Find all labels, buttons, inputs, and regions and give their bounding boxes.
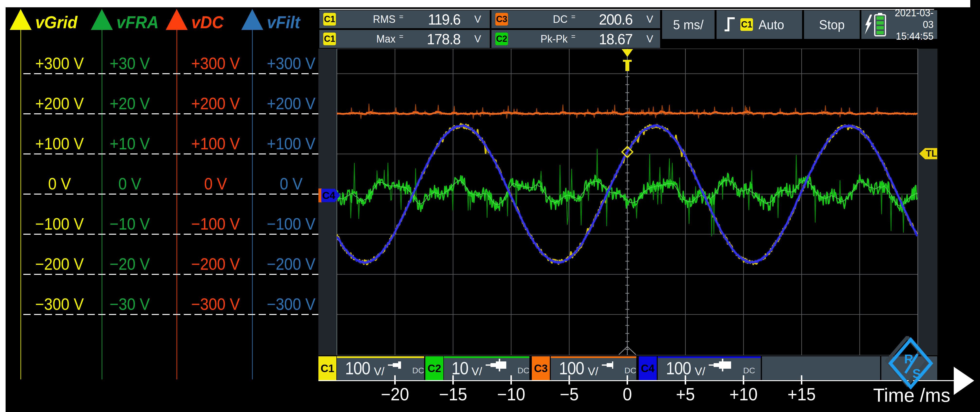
measurement-box-C1-RMS[interactable]: C1RMS=119.6V [319,10,490,28]
c3-channel-marker[interactable] [318,188,322,202]
time-tick-label-6: +10 [718,384,769,404]
scale-label-C4-0: +300 V [253,54,329,73]
time-tick-label-3: −5 [544,384,595,404]
timebase-box[interactable]: 5 ms/ [662,10,714,39]
channel-settings-border-C1 [337,356,424,358]
scale-label-C1-3: 0 V [22,174,98,193]
time-tick-6 [743,375,744,385]
channel-coupling-label: DC [743,366,755,375]
scale-dashed-line-1 [23,113,323,114]
scale-label-C3-3: 0 V [178,174,254,193]
channel-scale-unit: V/ [588,365,598,378]
measurement-unit: V [646,33,653,45]
channel-settings-C1[interactable]: 100V/DC [337,356,424,380]
scale-label-C4-2: +100 V [253,134,329,153]
measurement-label: Pk-Pk [524,33,568,45]
trigger-box[interactable]: C1 Auto [716,10,802,39]
channel-tab-C4[interactable]: C4 [639,356,657,381]
scale-label-C3-1: +200 V [178,94,254,113]
scale-dashed-line-6 [23,314,323,315]
time-tick-2 [511,375,512,385]
channel-axis-line-C1 [21,30,21,379]
channel-arrow-icon-C3 [166,9,188,30]
measurement-box-C3-DC[interactable]: C3DC=200.6V [492,10,660,28]
scale-label-C1-0: +300 V [22,54,98,73]
channel-scale-value: 100 [666,358,691,378]
scale-label-C3-0: +300 V [178,54,254,73]
channel-coupling-label: DC [624,366,636,375]
channel-tab-C1[interactable]: C1 [318,356,336,381]
charging-bolt-icon [864,14,873,35]
right-marker-lane [918,49,937,355]
channel-settings-border-C3 [551,356,636,358]
acquisition-status-box[interactable]: Stop [804,10,860,39]
channel-settings-border-C2 [444,356,530,358]
svg-text:S: S [912,367,921,381]
channel-tab-C3[interactable]: C3 [532,356,550,381]
scale-label-C4-5: −200 V [253,254,329,273]
scale-label-C3-6: −300 V [178,294,254,313]
channel-arrow-icon-C1 [10,9,32,30]
measurement-source-badge: C2 [495,33,508,45]
time-tick-label-5: +5 [660,384,711,404]
waveform-graticule[interactable]: TLC4 [318,49,937,355]
trigger-slope-icon [724,15,737,34]
page-border-left [0,0,6,412]
measurement-value: 119.6 [405,11,460,28]
measurement-source-badge: C1 [323,13,336,26]
time-axis-arrow-icon [953,367,976,395]
trigger-mode-label: Auto [759,17,784,32]
channel-arrow-icon-C4 [241,9,263,30]
measurement-box-C1-Max[interactable]: C1Max=178.8V [319,30,490,48]
trigger-level-marker-label: TL [926,149,937,158]
channel-name-C1: vGrid [35,13,78,32]
channel-axis-line-C3 [177,30,177,379]
channel-coupling-label: DC [517,366,530,375]
time-tick-0 [394,375,396,385]
channel-scale-value: 10 [452,358,468,378]
measurement-unit: V [474,33,481,45]
date-label: 2021-03-03 [888,7,934,30]
measurement-equals: = [571,13,576,21]
measurement-source-badge: C3 [495,13,508,26]
measurement-value: 18.67 [577,30,632,48]
measurement-box-C2-Pk-Pk[interactable]: C2Pk-Pk=18.67V [492,30,660,48]
scale-label-C1-1: +200 V [22,94,98,113]
scale-label-C1-5: −200 V [22,254,98,273]
channel-arrow-icon-C2 [91,9,113,30]
probe-icon [602,358,613,372]
channel-name-C2: vFRA [116,13,159,32]
scale-label-C1-6: −300 V [22,294,98,313]
acquisition-state-label: Stop [819,17,845,32]
measurement-value: 200.6 [577,11,632,28]
measurement-equals: = [399,13,404,21]
channel-settings-C3[interactable]: 100V/DC [551,356,636,380]
c4-channel-marker-label: C4 [322,190,336,201]
settings-empty-box [762,356,880,380]
time-tick-label-0: −20 [370,384,420,404]
time-tick-5 [685,375,686,385]
trigger-source-badge: C1 [740,18,753,31]
channel-settings-C4[interactable]: 100V/DC [658,356,761,380]
probe-icon [388,358,401,372]
channel-settings-C2[interactable]: 10V/DC [444,356,530,380]
channel-scale-unit: V/ [695,365,705,378]
measurement-unit: V [646,13,653,25]
channel-scale-panel: vGrid+300 V+200 V+100 V0 V−100 V−200 V−3… [6,7,318,412]
time-tick-label-2: −10 [486,384,537,404]
channel-scale-unit: V/ [374,365,384,378]
scale-dashed-line-3 [23,193,323,195]
time-tick-3 [568,375,570,385]
measurement-label: RMS [352,13,396,25]
channel-name-C3: vDC [191,13,224,32]
scale-label-C3-2: +100 V [178,134,254,153]
channel-scale-value: 100 [559,358,584,378]
time-label: 15:44:55 [888,30,934,42]
scale-dashed-line-2 [23,153,323,155]
timebase-label: 5 ms/ [673,17,703,32]
time-tick-7 [801,375,802,385]
channel-tab-C2[interactable]: C2 [425,356,443,381]
time-tick-label-1: −15 [428,384,479,404]
scale-dashed-line-0 [23,73,323,74]
battery-icon [873,13,887,37]
